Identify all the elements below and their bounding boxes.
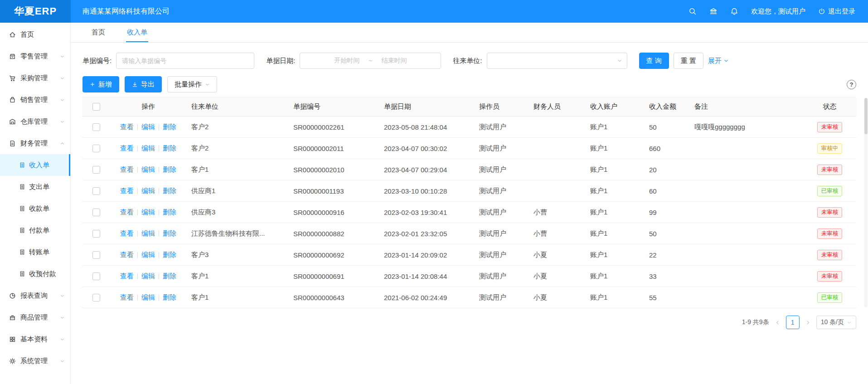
sidebar-item-basic[interactable]: 基本资料: [0, 328, 70, 350]
basic-icon: [9, 336, 16, 343]
table-scrollbar[interactable]: [864, 98, 868, 307]
sidebar-item-sales[interactable]: 销售管理: [0, 89, 70, 111]
delete-link[interactable]: 删除: [163, 208, 176, 216]
bill-no-cell: SR00000000643: [289, 287, 379, 308]
unit-select[interactable]: [487, 53, 627, 69]
edit-link[interactable]: 编辑: [141, 251, 155, 258]
edit-link[interactable]: 编辑: [141, 187, 155, 194]
view-link[interactable]: 查看: [120, 208, 134, 216]
row-checkbox[interactable]: [92, 294, 100, 301]
next-page-button[interactable]: [805, 320, 811, 326]
edit-link[interactable]: 编辑: [141, 165, 155, 173]
bill-date-cell: 2023-02-01 23:32:05: [379, 223, 475, 244]
scrollbar-thumb[interactable]: [864, 98, 868, 134]
edit-link[interactable]: 编辑: [141, 293, 155, 301]
delete-link[interactable]: 删除: [163, 187, 176, 194]
chevron-down-icon: [60, 76, 65, 81]
column-header: 状态: [803, 97, 856, 117]
row-checkbox[interactable]: [92, 145, 100, 152]
sidebar-subitem-expense-bill[interactable]: 支出单: [0, 176, 70, 198]
table-row: 查看编辑删除客户1SR000000006432021-06-02 00:24:4…: [82, 287, 856, 308]
column-header: 单据编号: [289, 97, 379, 117]
sidebar-item-retail[interactable]: 零售管理: [0, 45, 70, 67]
edit-link[interactable]: 编辑: [141, 208, 155, 216]
sidebar-subitem-payment-bill[interactable]: 付款单: [0, 219, 70, 241]
sidebar-subitem-income-bill[interactable]: 收入单: [0, 154, 70, 176]
view-link[interactable]: 查看: [120, 251, 134, 258]
page-size-select[interactable]: 10 条/页: [816, 316, 856, 329]
view-link[interactable]: 查看: [120, 123, 134, 131]
help-icon[interactable]: ?: [847, 80, 856, 89]
chevron-down-icon: [723, 58, 729, 63]
tab-home[interactable]: 首页: [91, 23, 106, 42]
sidebar-item-system[interactable]: 系统管理: [0, 350, 70, 372]
sidebar-subitem-transfer-bill[interactable]: 转账单: [0, 241, 70, 263]
delete-link[interactable]: 删除: [163, 123, 176, 131]
add-button[interactable]: 新增: [82, 76, 119, 92]
sidebar-subitem-receipt-bill[interactable]: 收款单: [0, 198, 70, 219]
row-checkbox[interactable]: [92, 251, 100, 259]
amount-cell: 50: [645, 117, 690, 138]
bill-date-cell: 2023-02-03 19:30:41: [379, 202, 475, 223]
view-link[interactable]: 查看: [120, 144, 134, 152]
edit-link[interactable]: 编辑: [141, 229, 155, 237]
logout-button[interactable]: 退出登录: [818, 7, 855, 16]
row-checkbox[interactable]: [92, 166, 100, 174]
delete-link[interactable]: 删除: [163, 229, 176, 237]
view-link[interactable]: 查看: [120, 229, 134, 237]
bill-no-input[interactable]: [116, 53, 254, 69]
search-icon[interactable]: [689, 7, 697, 15]
amount-cell: 22: [645, 244, 690, 266]
bell-icon[interactable]: [730, 7, 738, 15]
row-checkbox[interactable]: [92, 272, 100, 280]
date-end-placeholder: 结束时间: [381, 57, 407, 65]
sidebar-subitem-advance-bill[interactable]: 收预付款: [0, 263, 70, 285]
view-link[interactable]: 查看: [120, 293, 134, 301]
select-all-checkbox[interactable]: [92, 103, 100, 111]
prev-page-button[interactable]: [775, 320, 781, 326]
platform-icon[interactable]: [709, 7, 718, 15]
edit-link[interactable]: 编辑: [141, 144, 155, 152]
divider: [159, 252, 159, 258]
delete-link[interactable]: 删除: [163, 144, 176, 152]
bill-no-cell: SR00000002261: [289, 117, 379, 138]
view-link[interactable]: 查看: [120, 272, 134, 280]
sidebar-item-finance[interactable]: 财务管理: [0, 132, 70, 154]
delete-link[interactable]: 删除: [163, 165, 176, 173]
goods-icon: [9, 314, 16, 321]
view-link[interactable]: 查看: [120, 165, 134, 173]
edit-link[interactable]: 编辑: [141, 272, 155, 280]
tab-income-bill[interactable]: 收入单: [126, 23, 148, 42]
row-checkbox[interactable]: [92, 230, 100, 238]
row-checkbox[interactable]: [92, 187, 100, 195]
sidebar-item-label: 销售管理: [20, 96, 48, 104]
sidebar-subitem-label: 转账单: [29, 248, 49, 257]
sidebar-item-warehouse[interactable]: 仓库管理: [0, 111, 70, 132]
date-range-picker[interactable]: 开始时间 ~ 结束时间: [300, 53, 441, 69]
doc-icon: [19, 249, 25, 255]
reset-button[interactable]: 重 置: [674, 53, 703, 69]
delete-link[interactable]: 删除: [163, 272, 176, 280]
batch-operations-button[interactable]: 批量操作: [167, 76, 217, 92]
sidebar-item-home[interactable]: 首页: [0, 24, 70, 45]
sidebar-menu: 首页零售管理采购管理销售管理仓库管理财务管理收入单支出单收款单付款单转账单收预付…: [0, 23, 70, 372]
sidebar-item-goods[interactable]: 商品管理: [0, 306, 70, 328]
search-button[interactable]: 查 询: [639, 53, 669, 69]
expand-toggle[interactable]: 展开: [708, 57, 729, 65]
bill-date-cell: 2023-04-07 00:30:02: [379, 138, 475, 159]
column-header: 操作员: [475, 97, 529, 117]
sidebar-item-report[interactable]: 报表查询: [0, 285, 70, 306]
view-link[interactable]: 查看: [120, 187, 134, 194]
page-number-button[interactable]: 1: [786, 316, 800, 329]
delete-link[interactable]: 删除: [163, 293, 176, 301]
edit-link[interactable]: 编辑: [141, 123, 155, 131]
delete-link[interactable]: 删除: [163, 251, 176, 258]
row-checkbox[interactable]: [92, 209, 100, 216]
row-checkbox[interactable]: [92, 123, 100, 131]
export-label: 导出: [141, 80, 155, 89]
divider: [159, 188, 159, 194]
finance-user-cell: 小夏: [529, 244, 586, 266]
sidebar-item-purchase[interactable]: 采购管理: [0, 67, 70, 89]
export-button[interactable]: 导出: [125, 76, 162, 92]
sidebar-item-label: 仓库管理: [20, 117, 48, 126]
